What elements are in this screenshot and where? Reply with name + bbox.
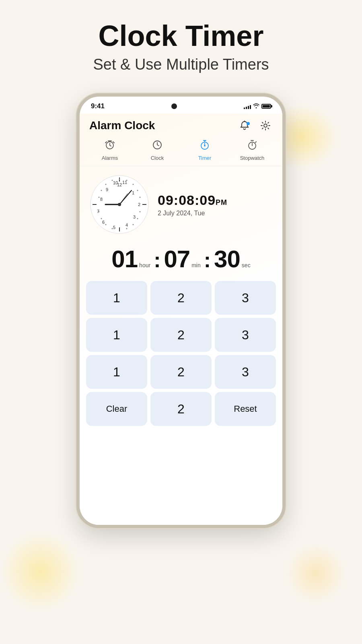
svg-text:8: 8 bbox=[100, 197, 103, 202]
svg-point-26 bbox=[99, 197, 100, 198]
page-subtitle: Set & Use Multiple Timers bbox=[0, 56, 362, 73]
svg-text:11: 11 bbox=[122, 180, 127, 185]
svg-point-21 bbox=[126, 228, 128, 229]
header-icons bbox=[237, 118, 273, 133]
timer-display: 01 hour : 07 min : 30 sec bbox=[80, 239, 282, 281]
signal-icon bbox=[244, 103, 251, 109]
svg-point-13 bbox=[119, 179, 120, 180]
timer-hours-value: 01 bbox=[111, 245, 138, 273]
keypad-btn-3-1[interactable]: 1 bbox=[86, 355, 147, 389]
page-title: Clock Timer bbox=[0, 20, 362, 52]
digital-time-area: 09:08:09PM 2 July 2024, Tue bbox=[158, 192, 273, 217]
svg-rect-1 bbox=[247, 122, 250, 125]
svg-point-17 bbox=[140, 197, 141, 198]
svg-point-28 bbox=[105, 184, 107, 185]
timer-minutes-value: 07 bbox=[164, 245, 190, 273]
timer-colon-2: : bbox=[204, 250, 211, 272]
status-bar: 9:41 bbox=[80, 97, 282, 114]
svg-text:3: 3 bbox=[133, 215, 136, 219]
tab-clock[interactable]: Clock bbox=[143, 139, 171, 161]
timer-minutes-label: min bbox=[191, 262, 201, 268]
svg-text:7: 7 bbox=[97, 209, 99, 214]
phone-wrapper: 9:41 bbox=[0, 93, 362, 528]
timer-icon bbox=[199, 139, 210, 153]
timer-seconds: 30 sec bbox=[214, 245, 251, 273]
app-header: Alarm Clock bbox=[80, 114, 282, 136]
battery-icon bbox=[261, 104, 271, 109]
reset-button[interactable]: Reset bbox=[215, 392, 276, 426]
clock-area: 12 1 2 3 4 5 6 7 8 9 10 11 bbox=[80, 166, 282, 239]
notification-icon[interactable] bbox=[237, 118, 252, 133]
tab-timer-label: Timer bbox=[198, 155, 212, 161]
tab-alarms[interactable]: Alarms bbox=[96, 139, 124, 161]
keypad-btn-1-1[interactable]: 1 bbox=[86, 281, 147, 315]
nav-tabs: Alarms Clock bbox=[80, 136, 282, 166]
keypad-btn-2-1[interactable]: 1 bbox=[86, 318, 147, 352]
svg-text:2: 2 bbox=[138, 202, 140, 207]
keypad-btn-3-3[interactable]: 3 bbox=[215, 355, 276, 389]
timer-hours-label: hour bbox=[139, 262, 150, 268]
timer-seconds-label: sec bbox=[242, 262, 251, 268]
tab-stopwatch-label: Stopwatch bbox=[240, 155, 265, 161]
app-title: Alarm Clock bbox=[89, 119, 155, 132]
stopwatch-icon bbox=[247, 139, 258, 153]
page-header: Clock Timer Set & Use Multiple Timers bbox=[0, 0, 362, 81]
status-icons bbox=[244, 103, 271, 109]
svg-point-15 bbox=[133, 184, 134, 185]
timer-colon-1: : bbox=[154, 250, 160, 272]
keypad: 1 2 3 1 2 3 1 2 3 Clear 2 Reset bbox=[80, 281, 282, 525]
phone-frame: 9:41 bbox=[76, 93, 286, 528]
clear-button[interactable]: Clear bbox=[86, 392, 147, 426]
keypad-btn-4-2[interactable]: 2 bbox=[150, 392, 212, 426]
timer-hours: 01 hour bbox=[111, 245, 150, 273]
digital-time: 09:08:09PM bbox=[158, 192, 273, 208]
tab-stopwatch[interactable]: Stopwatch bbox=[238, 139, 266, 161]
analog-clock: 12 1 2 3 4 5 6 7 8 9 10 11 bbox=[89, 174, 150, 235]
settings-icon[interactable] bbox=[258, 118, 273, 133]
svg-text:6: 6 bbox=[102, 220, 105, 225]
camera-dot bbox=[171, 103, 177, 109]
svg-point-45 bbox=[118, 203, 121, 206]
digital-date: 2 July 2024, Tue bbox=[158, 210, 273, 217]
alarms-icon bbox=[104, 139, 115, 153]
svg-text:5: 5 bbox=[113, 225, 115, 230]
svg-point-6 bbox=[204, 145, 206, 147]
timer-minutes: 07 min bbox=[164, 245, 200, 273]
keypad-btn-2-2[interactable]: 2 bbox=[150, 318, 212, 352]
tab-clock-label: Clock bbox=[151, 155, 164, 161]
keypad-btn-2-3[interactable]: 3 bbox=[215, 318, 276, 352]
svg-text:10: 10 bbox=[113, 180, 118, 185]
keypad-btn-1-3[interactable]: 3 bbox=[215, 281, 276, 315]
svg-text:9: 9 bbox=[106, 187, 108, 192]
status-time: 9:41 bbox=[91, 102, 105, 110]
tab-timer[interactable]: Timer bbox=[191, 139, 219, 161]
svg-point-19 bbox=[137, 218, 138, 219]
svg-point-2 bbox=[264, 124, 267, 127]
svg-point-16 bbox=[137, 190, 138, 191]
svg-point-24 bbox=[101, 218, 102, 219]
svg-text:1: 1 bbox=[132, 190, 134, 195]
app-content: Alarm Clock bbox=[80, 114, 282, 525]
svg-point-27 bbox=[101, 190, 102, 191]
keypad-btn-1-2[interactable]: 2 bbox=[150, 281, 212, 315]
clock-icon bbox=[152, 139, 163, 153]
keypad-grid: 1 2 3 1 2 3 1 2 3 Clear 2 Reset bbox=[86, 281, 276, 426]
timer-seconds-value: 30 bbox=[214, 245, 240, 273]
tab-alarms-label: Alarms bbox=[102, 155, 118, 161]
wifi-icon bbox=[253, 103, 259, 109]
svg-point-18 bbox=[140, 211, 141, 213]
svg-text:4: 4 bbox=[125, 223, 128, 227]
svg-point-23 bbox=[105, 224, 107, 225]
keypad-btn-3-2[interactable]: 2 bbox=[150, 355, 212, 389]
svg-point-20 bbox=[133, 224, 134, 225]
